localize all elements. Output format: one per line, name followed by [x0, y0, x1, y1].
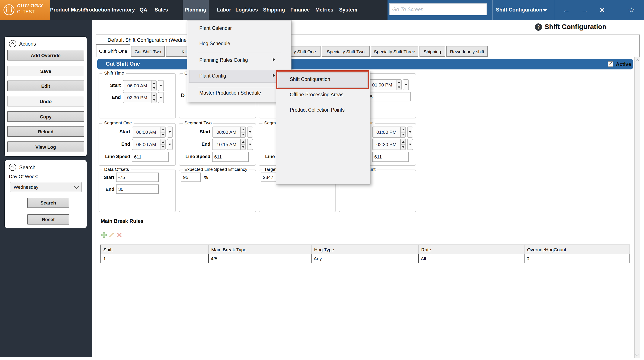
segment-four-end[interactable]: 02:30 PM [372, 139, 400, 150]
collapse-search-icon[interactable] [9, 164, 16, 171]
segment-two-start-picker[interactable]: 08:00 AM [212, 127, 253, 138]
segment-four-line-speed[interactable] [372, 152, 409, 162]
col-shift[interactable]: Shift [101, 245, 209, 254]
spinner-arrows[interactable] [160, 127, 166, 138]
time-dropdown-icon[interactable] [407, 127, 413, 138]
search-button[interactable]: Search [27, 198, 69, 208]
cell-shift[interactable]: 1 [101, 254, 209, 263]
active-checkbox[interactable] [608, 61, 613, 67]
segment-one-start-picker[interactable]: 06:00 AM [132, 127, 173, 138]
vertical-scrollbar[interactable] [634, 57, 640, 358]
favorite-star-icon[interactable] [628, 0, 634, 20]
segment-one-start[interactable]: 06:00 AM [132, 127, 160, 138]
menu-logistics[interactable]: Logistics [235, 0, 258, 20]
col-main-break-type[interactable]: Main Break Type [209, 245, 312, 254]
menu-planning[interactable]: Planning [184, 0, 206, 20]
time-dropdown-icon[interactable] [247, 127, 253, 138]
segment-four-start[interactable]: 01:00 PM [372, 127, 400, 138]
cell-rate[interactable]: All [418, 254, 524, 263]
efficiency-input[interactable] [181, 173, 200, 182]
menu-shipping[interactable]: Shipping [263, 0, 285, 20]
menu-production[interactable]: Production [84, 0, 110, 20]
spinner-arrows[interactable] [240, 139, 246, 150]
menu-product-master[interactable]: Product Master [50, 0, 88, 20]
tab-shipping[interactable]: Shipping [420, 46, 445, 57]
corner-value-input[interactable] [368, 92, 410, 101]
edit-row-icon[interactable] [108, 232, 115, 238]
help-icon[interactable] [535, 23, 542, 31]
menu-labor[interactable]: Labor [217, 0, 231, 20]
time-dropdown-icon[interactable] [158, 92, 164, 103]
shift-end-time-picker[interactable]: 02:30 PM [123, 92, 164, 103]
time-dropdown-icon[interactable] [247, 139, 253, 150]
spinner-arrows[interactable] [400, 139, 406, 150]
menu-item-hog-schedule[interactable]: Hog Schedule [199, 41, 230, 46]
spinner-arrows[interactable] [151, 80, 157, 91]
time-dropdown-icon[interactable] [407, 139, 413, 150]
offsets-start-input[interactable] [116, 173, 159, 182]
reset-button[interactable]: Reset [27, 214, 69, 224]
col-override-hog-count[interactable]: OverrideHogCount [524, 245, 630, 254]
submenu-item-offline-processing-areas[interactable]: Offline Processing Areas [290, 92, 343, 97]
time-dropdown-icon[interactable] [158, 80, 164, 91]
offsets-end-input[interactable] [116, 184, 159, 194]
menu-metrics[interactable]: Metrics [316, 0, 333, 20]
shift-start-value[interactable]: 06:00 AM [123, 80, 151, 91]
go-to-screen-input[interactable] [389, 3, 487, 15]
tab-cut-shift-one[interactable]: Cut Shift One [96, 44, 130, 57]
screen-selector-dropdown-icon[interactable] [543, 9, 547, 12]
spinner-arrows[interactable] [160, 139, 166, 150]
scroll-down-icon[interactable] [635, 352, 640, 356]
view-log-button[interactable]: View Log [7, 142, 84, 152]
spinner-arrows[interactable] [151, 92, 157, 103]
tab-specialty-shift-three[interactable]: Specialty Shift Three [371, 46, 418, 57]
collapse-actions-icon[interactable] [9, 40, 16, 47]
scroll-up-icon[interactable] [635, 59, 640, 63]
spinner-arrows[interactable] [400, 127, 406, 138]
segment-two-end[interactable]: 10:15 AM [212, 139, 240, 150]
shift-start-time-picker[interactable]: 06:00 AM [123, 80, 164, 91]
cell-hog-type[interactable]: Any [311, 254, 419, 263]
menu-item-plant-config[interactable]: Plant Config [199, 73, 226, 78]
menu-qa[interactable]: QA [140, 0, 147, 20]
save-button[interactable]: Save [7, 66, 84, 76]
edit-button[interactable]: Edit [7, 81, 84, 91]
menu-item-plant-calendar[interactable]: Plant Calendar [199, 25, 232, 31]
shift-end-value[interactable]: 02:30 PM [123, 92, 151, 103]
menu-item-master-production-schedule[interactable]: Master Production Schedule [199, 90, 261, 95]
add-row-icon[interactable] [101, 232, 107, 238]
time-dropdown-icon[interactable] [167, 127, 173, 138]
segment-two-start[interactable]: 08:00 AM [212, 127, 240, 138]
tab-specialty-shift-two[interactable]: Specialty Shift Two [322, 46, 370, 57]
screen-selector[interactable]: Shift Configuration [496, 0, 542, 20]
forward-arrow-icon[interactable] [581, 0, 588, 20]
menu-item-planning-rules-config[interactable]: Planning Rules Config [199, 57, 248, 63]
segment-four-start-picker[interactable]: 01:00 PM [372, 127, 413, 138]
undo-button[interactable]: Undo [7, 96, 84, 107]
segment-one-end-picker[interactable]: 08:00 AM [132, 139, 173, 150]
copy-button[interactable]: Copy [7, 111, 84, 122]
time-dropdown-icon[interactable] [403, 79, 409, 90]
corner-time-value[interactable]: 01:00 PM [368, 79, 396, 90]
segment-two-line-speed[interactable] [212, 152, 249, 162]
tab-rework-only-shift[interactable]: Rework only shift [446, 46, 488, 57]
tab-cut-shift-two[interactable]: Cut Shift Two [131, 46, 165, 57]
segment-two-end-picker[interactable]: 10:15 AM [212, 139, 253, 150]
time-dropdown-icon[interactable] [167, 139, 173, 150]
segment-one-end[interactable]: 08:00 AM [132, 139, 160, 150]
cell-main-break-type[interactable]: 4/5 [208, 254, 312, 263]
back-arrow-icon[interactable] [563, 0, 570, 20]
menu-inventory[interactable]: Inventory [112, 0, 135, 20]
add-override-button[interactable]: Add Override [7, 50, 84, 60]
cell-override-hog-count[interactable]: 0 [524, 254, 630, 263]
col-rate[interactable]: Rate [419, 245, 524, 254]
col-hog-type[interactable]: Hog Type [312, 245, 419, 254]
spinner-arrows[interactable] [240, 127, 246, 138]
spinner-arrows[interactable] [396, 79, 402, 90]
delete-row-icon[interactable] [116, 232, 122, 238]
segment-four-end-picker[interactable]: 02:30 PM [372, 139, 413, 150]
corner-time-picker[interactable]: 01:00 PM [368, 79, 409, 90]
menu-system[interactable]: System [339, 0, 357, 20]
segment-one-line-speed[interactable] [132, 152, 168, 162]
menu-finance[interactable]: Finance [290, 0, 310, 20]
